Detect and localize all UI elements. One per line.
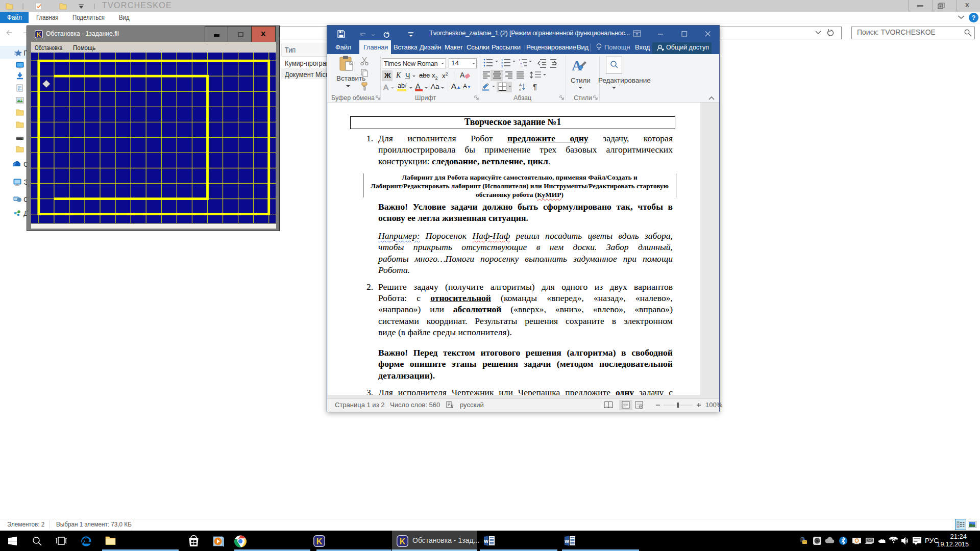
svg-text:K: K (316, 537, 323, 546)
svg-text:K: K (37, 31, 41, 38)
svg-text:W: W (565, 538, 569, 544)
svg-text:¶: ¶ (533, 82, 537, 91)
svg-text:я: я (519, 87, 521, 92)
svg-text:3: 3 (501, 65, 503, 68)
svg-text:W: W (484, 538, 488, 544)
svg-text:А: А (460, 71, 465, 79)
svg-text:K: K (400, 537, 406, 546)
svg-text:i: i (522, 65, 522, 68)
svg-text:А: А (519, 83, 522, 87)
